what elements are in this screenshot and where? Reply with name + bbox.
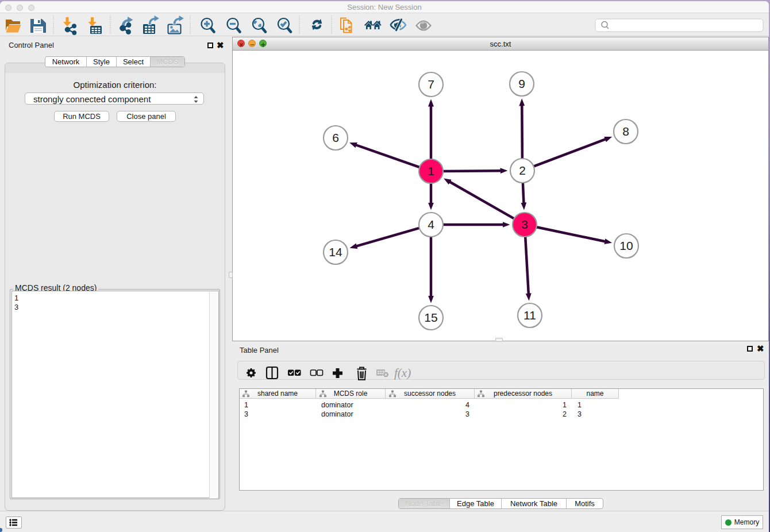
svg-text:8: 8 bbox=[622, 125, 629, 138]
svg-text:11: 11 bbox=[523, 309, 536, 322]
svg-text:9: 9 bbox=[518, 77, 525, 90]
svg-text:3: 3 bbox=[521, 218, 528, 231]
svg-text:2: 2 bbox=[519, 164, 526, 177]
svg-text:14: 14 bbox=[329, 245, 342, 259]
svg-text:7: 7 bbox=[428, 78, 434, 91]
svg-text:f(x): f(x) bbox=[394, 366, 411, 380]
svg-text:1: 1 bbox=[428, 164, 434, 178]
svg-text:4: 4 bbox=[428, 218, 434, 231]
svg-text:6: 6 bbox=[332, 131, 339, 144]
svg-text:15: 15 bbox=[424, 311, 437, 324]
svg-text:10: 10 bbox=[619, 239, 633, 252]
